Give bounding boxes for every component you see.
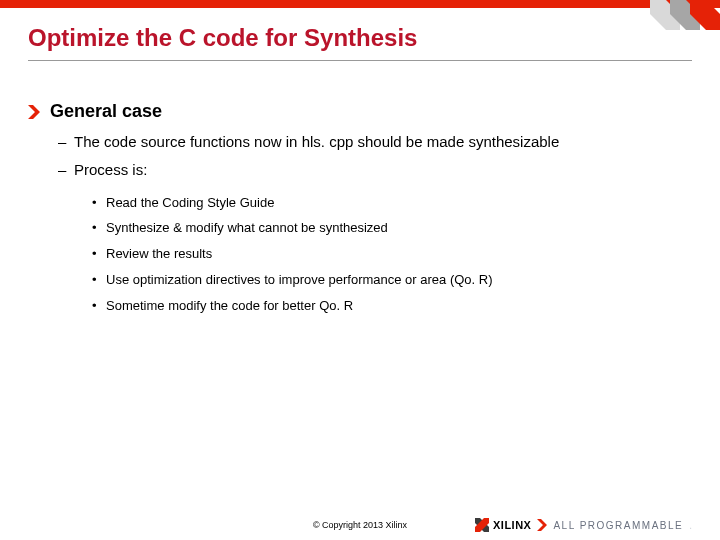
list-item: Review the results	[92, 246, 692, 263]
xilinx-mark-icon	[475, 518, 489, 532]
svg-marker-3	[28, 105, 40, 119]
top-accent-bar	[0, 0, 720, 8]
brand-block: XILINX ALL PROGRAMMABLE .	[475, 518, 692, 532]
secondary-bullet-list: Read the Coding Style Guide Synthesize &…	[28, 195, 692, 315]
slide-title: Optimize the C code for Synthesis	[0, 8, 720, 60]
brand-slogan: ALL PROGRAMMABLE	[553, 520, 683, 531]
list-item: Read the Coding Style Guide	[92, 195, 692, 212]
xilinx-logo: XILINX	[475, 518, 531, 532]
list-item: Sometime modify the code for better Qo. …	[92, 298, 692, 315]
chevron-divider-icon	[537, 519, 547, 531]
section-heading: General case	[50, 101, 162, 122]
svg-marker-6	[537, 519, 547, 531]
footer: © Copyright 2013 Xilinx XILINX ALL PROGR…	[0, 518, 720, 532]
brand-name: XILINX	[493, 519, 531, 531]
copyright-text: © Copyright 2013 Xilinx	[313, 520, 407, 530]
chevron-bullet-icon	[28, 105, 42, 119]
list-item: The code source functions now in hls. cp…	[58, 132, 692, 152]
slogan-period: .	[689, 520, 692, 531]
slide-content: General case The code source functions n…	[0, 101, 720, 315]
list-item: Synthesize & modify what cannot be synth…	[92, 220, 692, 237]
corner-chevrons-icon	[650, 0, 720, 30]
title-underline	[28, 60, 692, 61]
list-item: Process is:	[58, 160, 692, 180]
primary-bullet-list: The code source functions now in hls. cp…	[28, 132, 692, 181]
section-heading-row: General case	[28, 101, 692, 122]
list-item: Use optimization directives to improve p…	[92, 272, 692, 289]
